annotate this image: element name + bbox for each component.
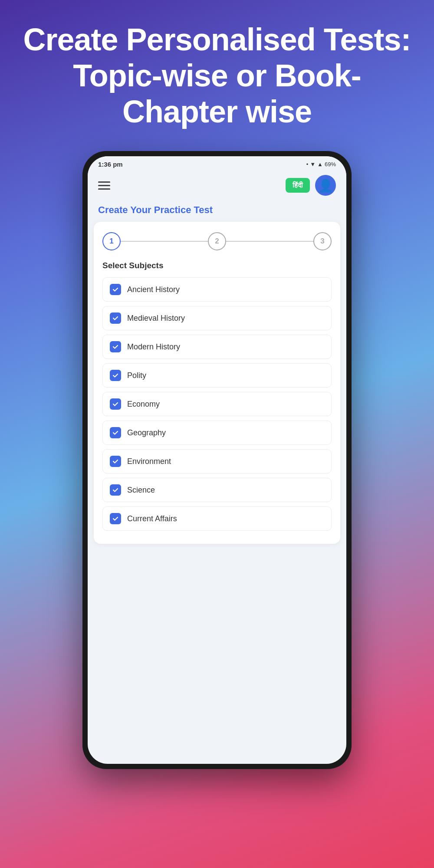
- subject-label-economy: Economy: [127, 400, 160, 409]
- checkbox-modern-history[interactable]: [110, 341, 121, 352]
- subject-item-geography[interactable]: Geography: [102, 421, 332, 445]
- network-icon: ▲: [317, 161, 323, 168]
- checkbox-science[interactable]: [110, 484, 121, 496]
- phone-wrapper: 1:36 pm • ▼ ▲ 69% हिंदी 👤: [82, 151, 352, 769]
- hindi-button[interactable]: हिंदी: [286, 178, 310, 193]
- step-2[interactable]: 2: [208, 232, 226, 250]
- subject-label-medieval-history: Medieval History: [127, 314, 185, 323]
- subject-item-polity[interactable]: Polity: [102, 363, 332, 388]
- status-time: 1:36 pm: [98, 161, 123, 168]
- subject-item-ancient-history[interactable]: Ancient History: [102, 277, 332, 302]
- checkbox-medieval-history[interactable]: [110, 312, 121, 324]
- step-line-1: [120, 241, 209, 242]
- hamburger-menu[interactable]: [98, 181, 110, 190]
- subject-label-science: Science: [127, 486, 155, 495]
- step-1[interactable]: 1: [102, 232, 121, 250]
- subject-item-modern-history[interactable]: Modern History: [102, 335, 332, 359]
- subject-label-geography: Geography: [127, 428, 166, 437]
- avatar-icon: 👤: [318, 178, 333, 193]
- checkbox-economy[interactable]: [110, 398, 121, 410]
- section-label: Select Subjects: [102, 261, 332, 270]
- avatar-button[interactable]: 👤: [315, 175, 336, 196]
- subject-label-current-affairs: Current Affairs: [127, 514, 177, 523]
- hamburger-line-1: [98, 181, 110, 183]
- hamburger-line-3: [98, 188, 110, 190]
- subject-label-ancient-history: Ancient History: [127, 285, 180, 294]
- signal-icon: •: [306, 161, 309, 168]
- page-title: Create Your Practice Test: [88, 203, 346, 222]
- status-icons: • ▼ ▲ 69%: [306, 161, 336, 168]
- checkbox-geography[interactable]: [110, 427, 121, 438]
- subject-item-medieval-history[interactable]: Medieval History: [102, 306, 332, 330]
- step-3[interactable]: 3: [313, 232, 332, 250]
- subject-label-environment: Environment: [127, 457, 171, 466]
- subject-label-polity: Polity: [127, 371, 146, 380]
- subject-label-modern-history: Modern History: [127, 342, 180, 352]
- checkbox-polity[interactable]: [110, 370, 121, 381]
- content-card: 1 2 3 Select Subjects Ancient History: [94, 222, 340, 544]
- subject-item-environment[interactable]: Environment: [102, 449, 332, 473]
- hero-title: Create Personalised Tests: Topic-wise or…: [0, 0, 434, 142]
- subject-item-current-affairs[interactable]: Current Affairs: [102, 506, 332, 531]
- checkbox-environment[interactable]: [110, 456, 121, 467]
- wifi-icon: ▼: [310, 161, 316, 168]
- phone-frame: 1:36 pm • ▼ ▲ 69% हिंदी 👤: [82, 151, 352, 769]
- steps-row: 1 2 3: [102, 232, 332, 250]
- hamburger-line-2: [98, 185, 110, 186]
- app-header: हिंदी 👤: [88, 171, 346, 203]
- header-right: हिंदी 👤: [286, 175, 336, 196]
- subject-item-economy[interactable]: Economy: [102, 392, 332, 416]
- step-line-2: [225, 241, 314, 242]
- checkbox-current-affairs[interactable]: [110, 513, 121, 524]
- status-bar: 1:36 pm • ▼ ▲ 69%: [88, 156, 346, 171]
- phone-inner: 1:36 pm • ▼ ▲ 69% हिंदी 👤: [88, 156, 346, 764]
- battery-text: 69%: [325, 161, 336, 168]
- subject-item-science[interactable]: Science: [102, 478, 332, 502]
- checkbox-ancient-history[interactable]: [110, 284, 121, 295]
- subjects-list: Ancient History Medieval History Modern …: [102, 277, 332, 531]
